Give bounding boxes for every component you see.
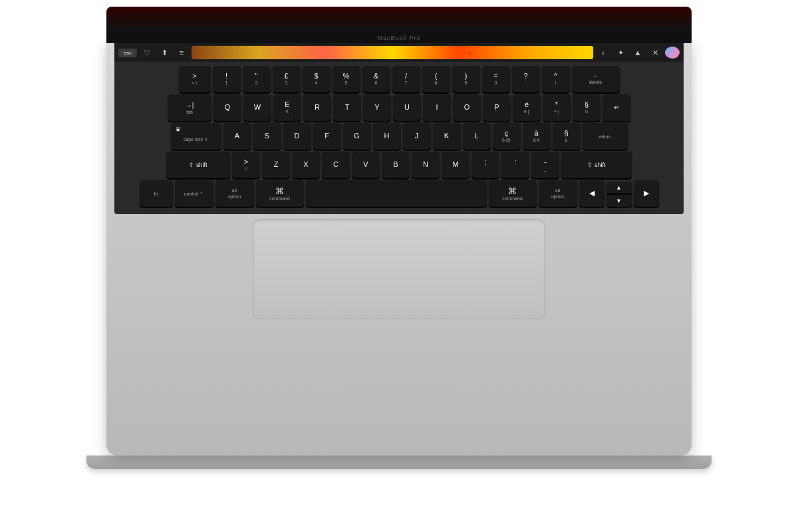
key-q[interactable]: Q [213,94,241,121]
sliders-icon[interactable]: ≡ [174,49,189,57]
key-capslock[interactable]: ● caps lock ⇧ [171,123,221,150]
key-u[interactable]: U [393,94,421,121]
key-bracket-left[interactable]: é è [ [513,94,541,121]
key-fn[interactable]: fn [140,180,173,207]
media-strip[interactable] [192,46,593,59]
key-spacebar[interactable] [306,180,487,207]
siri-button[interactable] [665,47,680,59]
heart-icon[interactable]: ♡ [140,49,154,57]
laptop-container: MacBook Pro esc ♡ ⬆ ≡ ‹ ✦ ▲ ✕ > < \ [80,7,718,525]
key-shift-right[interactable]: ⇧ shift [561,152,632,178]
key-return[interactable]: return [583,123,628,150]
key-o[interactable]: O [453,94,481,121]
key-j[interactable]: J [403,123,431,150]
key-z[interactable]: Z [262,152,290,178]
key-shift-left[interactable]: ⇧ shift [166,152,230,178]
key-equals[interactable]: ^ ì [542,66,570,92]
key-l[interactable]: L [463,123,491,150]
key-arrow-left[interactable]: ◀ [579,180,604,207]
trackpad[interactable] [253,219,545,319]
key-i[interactable]: I [423,94,451,121]
key-h[interactable]: H [373,123,401,150]
touch-bar: esc ♡ ⬆ ≡ ‹ ✦ ▲ ✕ [114,43,684,62]
key-backslash[interactable]: § ù [573,94,600,121]
key-row-4: ⇧ shift > < Z X C V B N M ; , : [120,152,678,178]
key-return-top[interactable]: ↵ [602,94,630,121]
key-e[interactable]: E € [273,94,301,121]
arrow-vertical-group: ▲ ▼ [606,182,632,207]
key-x[interactable]: X [292,152,320,178]
key-backtick[interactable]: > < \ [179,66,211,92]
key-a[interactable]: A [223,123,251,150]
key-semicolon[interactable]: ç õ @ [493,123,521,150]
key-r[interactable]: R [303,94,331,121]
key-period[interactable]: : . [501,152,529,178]
laptop-body: esc ♡ ⬆ ≡ ‹ ✦ ▲ ✕ > < \ ! 1 [106,43,692,456]
chevron-left-icon[interactable]: ‹ [596,49,610,57]
key-row-2: →| tab Q W E € R T Y U I O P é è [ [120,94,678,121]
key-comma[interactable]: ; , [471,152,499,178]
key-3[interactable]: £ 3 [273,66,301,92]
key-angle-bracket[interactable]: > < [232,152,260,178]
key-control[interactable]: control ⌃ [175,180,213,207]
key-row-5: fn control ⌃ alt option ⌘ command ⌘ comm… [120,180,678,207]
key-m[interactable]: M [442,152,469,178]
key-6[interactable]: & 6 [362,66,390,92]
key-w[interactable]: W [243,94,271,121]
screen-area: MacBook Pro [106,7,692,43]
key-y[interactable]: Y [363,94,391,121]
key-option-right[interactable]: alt option [539,180,577,207]
key-8[interactable]: ( 8 [422,66,450,92]
volume-mute-icon[interactable]: ✕ [648,49,662,57]
key-bracket-right[interactable]: * + ] [543,94,571,121]
key-row-3: ● caps lock ⇧ A S D F G H J K L ç õ @ à … [120,123,678,150]
key-command-right[interactable]: ⌘ command [489,180,537,207]
key-s[interactable]: S [253,123,281,150]
key-c[interactable]: C [322,152,350,178]
key-minus[interactable]: ? ' [512,66,540,92]
key-tab[interactable]: →| tab [168,94,211,121]
key-5[interactable]: % 5 [332,66,360,92]
key-f[interactable]: F [313,123,341,150]
macbook-label: MacBook Pro [377,35,420,41]
key-p[interactable]: P [483,94,511,121]
key-k[interactable]: K [433,123,461,150]
key-command-left[interactable]: ⌘ command [256,180,304,207]
key-arrow-up[interactable]: ▲ [606,182,632,194]
key-option-left[interactable]: alt option [215,180,254,207]
trackpad-area [114,219,684,319]
key-4[interactable]: $ 4 [303,66,331,92]
key-7[interactable]: / 7 [392,66,420,92]
key-arrow-down[interactable]: ▼ [606,195,632,207]
key-tilde[interactable]: § ù [553,123,581,150]
key-2[interactable]: " 2 [243,66,271,92]
key-1[interactable]: ! 1 [213,66,241,92]
key-slash[interactable]: - _ [531,152,559,178]
key-d[interactable]: D [283,123,311,150]
brightness-icon[interactable]: ✦ [613,49,628,57]
esc-key[interactable]: esc [118,49,137,57]
laptop-base [86,456,712,469]
share-icon[interactable]: ⬆ [157,49,172,57]
key-n[interactable]: N [412,152,440,178]
key-arrow-right[interactable]: ▶ [634,180,659,207]
key-delete[interactable]: ← delete [572,66,620,92]
volume-up-icon[interactable]: ▲ [630,49,645,57]
key-b[interactable]: B [382,152,410,178]
key-row-1: > < \ ! 1 " 2 £ 3 $ 4 [120,66,678,92]
key-9[interactable]: ) 9 [452,66,480,92]
key-v[interactable]: V [352,152,380,178]
key-apostrophe[interactable]: à â # [523,123,551,150]
key-t[interactable]: T [333,94,361,121]
key-g[interactable]: G [343,123,371,150]
key-0[interactable]: = 0 [482,66,510,92]
keyboard-area: > < \ ! 1 " 2 £ 3 $ 4 [114,62,684,214]
